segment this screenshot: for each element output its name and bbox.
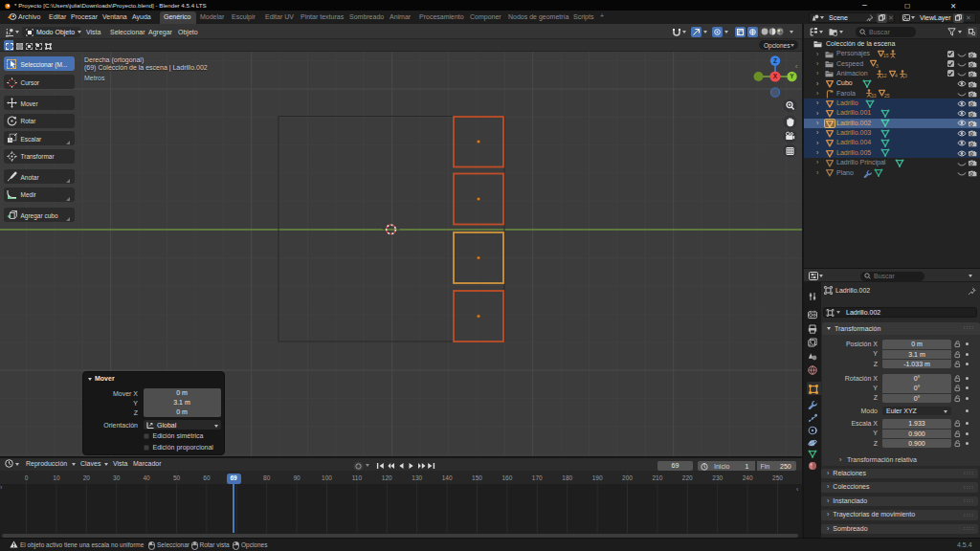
svg-text:180: 180	[562, 474, 572, 481]
svg-text:240: 240	[743, 474, 753, 481]
svg-text:90: 90	[293, 474, 301, 481]
svg-text:30: 30	[113, 474, 121, 481]
svg-text:110: 110	[352, 474, 363, 481]
svg-text:120: 120	[382, 474, 392, 481]
svg-text:220: 220	[682, 474, 693, 481]
svg-text:170: 170	[532, 474, 543, 481]
svg-text:X: X	[773, 73, 778, 79]
svg-text:200: 200	[622, 474, 633, 481]
svg-text:140: 140	[442, 474, 453, 481]
svg-text:40: 40	[143, 474, 150, 481]
svg-text:130: 130	[412, 474, 422, 481]
svg-text:Z: Z	[773, 57, 777, 64]
svg-text:0: 0	[25, 474, 29, 481]
svg-text:50: 50	[173, 474, 181, 481]
svg-text:230: 230	[712, 474, 723, 481]
svg-text:Y: Y	[790, 73, 794, 79]
svg-text:60: 60	[203, 474, 211, 481]
svg-text:150: 150	[472, 474, 482, 481]
svg-text:100: 100	[322, 474, 332, 481]
svg-text:250: 250	[772, 474, 783, 481]
svg-text:20: 20	[83, 474, 91, 481]
svg-text:160: 160	[501, 474, 512, 481]
svg-text:10: 10	[53, 474, 60, 481]
svg-text:80: 80	[263, 474, 271, 481]
svg-text:190: 190	[592, 474, 603, 481]
svg-text:210: 210	[652, 474, 662, 481]
